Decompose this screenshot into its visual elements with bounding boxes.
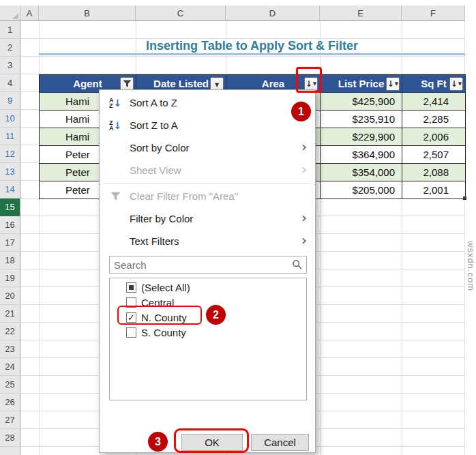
highlight-box-area-filter bbox=[296, 67, 322, 93]
column-header-d[interactable]: D bbox=[226, 5, 320, 21]
row-header[interactable]: 26 bbox=[0, 394, 20, 411]
column-header-b[interactable]: B bbox=[39, 5, 136, 21]
clear-filter-icon bbox=[105, 185, 125, 207]
checkbox-unchecked-icon[interactable] bbox=[126, 327, 136, 338]
filter-option-select-all[interactable]: (Select All) bbox=[110, 280, 306, 295]
table-header-label: Sq Ft bbox=[421, 78, 447, 89]
menu-item-label: Text Filters bbox=[130, 230, 179, 252]
cell-list-price[interactable]: $364,900 bbox=[321, 146, 402, 164]
cell-list-price[interactable]: $235,910 bbox=[321, 111, 402, 128]
cell-sq-ft[interactable]: 2,285 bbox=[402, 111, 466, 128]
submenu-arrow-icon bbox=[301, 159, 307, 181]
row-header[interactable]: 4 bbox=[0, 74, 20, 92]
cell-list-price[interactable]: $425,900 bbox=[321, 93, 402, 111]
column-header-f[interactable]: F bbox=[402, 5, 465, 21]
row-header[interactable]: 19 bbox=[0, 269, 20, 287]
row-header[interactable]: 28 bbox=[0, 429, 20, 447]
table-header-label: List Price bbox=[338, 78, 385, 89]
funnel-icon bbox=[123, 80, 132, 88]
menu-item-label: Clear Filter From "Area" bbox=[130, 185, 238, 207]
menu-item-filter-by-color[interactable]: Filter by Color bbox=[100, 207, 315, 230]
row-header[interactable]: 12 bbox=[0, 145, 20, 163]
filter-dropdown-menu: Sort A to Z Sort Z to A Sort by Color Sh… bbox=[99, 89, 316, 453]
select-all-corner[interactable] bbox=[0, 5, 20, 21]
sort-filter-icon bbox=[451, 76, 462, 93]
row-header[interactable]: 24 bbox=[0, 358, 20, 376]
cell-sq-ft[interactable]: 2,414 bbox=[402, 93, 466, 111]
row-header[interactable]: 14 bbox=[0, 181, 20, 199]
menu-item-sort-by-color[interactable]: Sort by Color bbox=[100, 136, 315, 159]
menu-item-sheet-view: Sheet View bbox=[100, 159, 315, 181]
row-header-selected[interactable]: 15 bbox=[0, 199, 20, 216]
row-header[interactable]: 22 bbox=[0, 323, 20, 340]
annotation-step-2: 2 bbox=[206, 305, 226, 325]
column-header-e[interactable]: E bbox=[320, 5, 402, 21]
cell-sq-ft[interactable]: 2,088 bbox=[402, 164, 466, 181]
menu-item-label: Sort by Color bbox=[130, 136, 190, 159]
cell-sq-ft[interactable]: 2,507 bbox=[402, 146, 466, 164]
filter-option-s-county[interactable]: S. County bbox=[110, 325, 306, 340]
highlight-box-n-county bbox=[117, 306, 202, 325]
row-header[interactable]: 3 bbox=[0, 57, 20, 74]
filter-option-label: S. County bbox=[141, 325, 186, 340]
sort-z-to-a-icon bbox=[105, 114, 125, 136]
title-underline bbox=[39, 53, 465, 55]
row-header[interactable]: 1 bbox=[0, 21, 20, 39]
row-header[interactable]: 11 bbox=[0, 128, 20, 145]
submenu-arrow-icon bbox=[301, 207, 307, 230]
cancel-button[interactable]: Cancel bbox=[251, 434, 309, 451]
row-header[interactable]: 17 bbox=[0, 234, 20, 252]
watermark: wsxdn.com bbox=[466, 241, 476, 291]
search-input[interactable] bbox=[110, 256, 306, 273]
filter-option-label: (Select All) bbox=[141, 280, 190, 295]
filter-values-list: (Select All) Central N. County S. County bbox=[109, 278, 307, 400]
submenu-arrow-icon bbox=[301, 136, 307, 159]
menu-item-clear-filter: Clear Filter From "Area" bbox=[100, 185, 315, 207]
row-header[interactable]: 25 bbox=[0, 376, 20, 394]
list-price-filter-button[interactable] bbox=[386, 77, 400, 91]
page-title: Inserting Table to Apply Sort & Filter bbox=[39, 38, 465, 54]
annotation-step-1: 1 bbox=[291, 102, 311, 121]
row-header[interactable]: 21 bbox=[0, 305, 20, 323]
row-header[interactable]: 2 bbox=[0, 39, 20, 57]
checkbox-indeterminate-icon[interactable] bbox=[126, 282, 136, 293]
search-icon bbox=[292, 259, 303, 273]
menu-item-label: Sheet View bbox=[130, 159, 181, 181]
column-header-a[interactable]: A bbox=[20, 5, 39, 21]
menu-item-sort-a-to-z[interactable]: Sort A to Z bbox=[100, 91, 315, 114]
annotation-step-3: 3 bbox=[148, 432, 168, 452]
cell-list-price[interactable]: $205,000 bbox=[321, 181, 402, 199]
table-header-label: Agent bbox=[73, 78, 102, 89]
cell-list-price[interactable]: $229,900 bbox=[321, 128, 402, 146]
menu-item-sort-z-to-a[interactable]: Sort Z to A bbox=[100, 114, 315, 136]
excel-window: A B C D E F 1 2 3 4 9 10 11 12 13 14 15 … bbox=[0, 0, 476, 455]
agent-filter-button[interactable] bbox=[120, 77, 134, 91]
cell-sq-ft[interactable]: 2,001 bbox=[402, 181, 466, 199]
row-header[interactable]: 20 bbox=[0, 287, 20, 305]
row-header[interactable]: 10 bbox=[0, 110, 20, 128]
sort-a-to-z-icon bbox=[105, 91, 125, 114]
table-header-sq-ft: Sq Ft bbox=[402, 75, 466, 93]
table-resize-handle[interactable] bbox=[463, 196, 466, 200]
sort-filter-icon bbox=[387, 76, 398, 93]
menu-item-label: Sort Z to A bbox=[130, 114, 178, 136]
cell-sq-ft[interactable]: 2,006 bbox=[402, 128, 466, 146]
table-header-list-price: List Price bbox=[321, 75, 402, 93]
highlight-box-ok bbox=[174, 428, 249, 453]
menu-item-label: Sort A to Z bbox=[130, 91, 177, 114]
column-header-c[interactable]: C bbox=[136, 5, 226, 21]
row-header[interactable]: 27 bbox=[0, 411, 20, 429]
row-header[interactable]: 9 bbox=[0, 92, 20, 110]
menu-separator bbox=[104, 183, 311, 184]
row-header[interactable]: 13 bbox=[0, 163, 20, 181]
row-header[interactable]: 23 bbox=[0, 340, 20, 358]
cell-list-price[interactable]: $354,000 bbox=[321, 164, 402, 181]
filter-search-box bbox=[109, 256, 307, 274]
row-header[interactable]: 18 bbox=[0, 252, 20, 269]
menu-item-label: Filter by Color bbox=[130, 207, 193, 230]
date-listed-filter-button[interactable] bbox=[210, 77, 224, 91]
table-header-label: Date Listed bbox=[153, 78, 209, 89]
sq-ft-filter-button[interactable] bbox=[449, 77, 463, 91]
menu-item-text-filters[interactable]: Text Filters bbox=[100, 230, 315, 252]
row-header[interactable]: 16 bbox=[0, 216, 20, 234]
